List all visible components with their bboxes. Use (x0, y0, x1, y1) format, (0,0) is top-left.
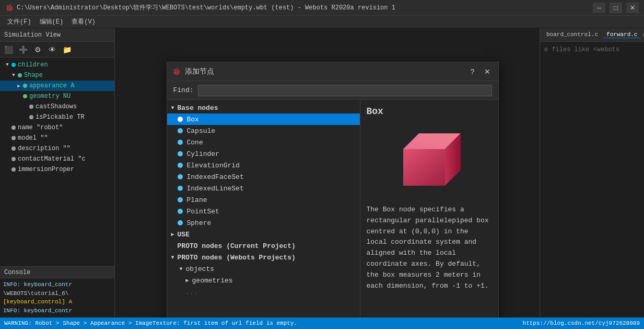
title-bar: 🐞 C:\Users\Administrator\Desktop\软件学习\WE… (0, 0, 644, 16)
tree-arrow-appearance: ▶ (16, 83, 22, 89)
sim-tool-3[interactable]: ⚙ (31, 43, 44, 56)
console-header: Console (0, 267, 114, 278)
tree-item-ispickable[interactable]: ▶ isPickable TR (0, 112, 114, 122)
node-dot-cylinder (178, 151, 183, 156)
node-item-capsule[interactable]: Capsule (167, 125, 360, 137)
minimize-button[interactable]: ─ (593, 3, 605, 13)
tree-label-ip: isPickable TR (36, 114, 85, 121)
tree-label-appearance: appearance A (29, 82, 74, 89)
maximize-button[interactable]: □ (610, 3, 622, 13)
node-item-cone[interactable]: Cone (167, 137, 360, 148)
subcategory-objects[interactable]: ▼ objects (167, 263, 360, 275)
tree-dot-children (11, 63, 16, 67)
node-item-sphere[interactable]: Sphere (167, 217, 360, 229)
menu-bar: 文件(F) 编辑(E) 查看(V) (0, 16, 644, 28)
node-item-elevationgrid[interactable]: ElevationGrid (167, 160, 360, 171)
title-text: C:\Users\Administrator\Desktop\软件学习\WEBO… (17, 3, 593, 12)
category-arrow-use: ▶ (171, 231, 174, 237)
editor-text: e files like <webots (544, 46, 619, 53)
node-info-description: The Box node specifies a rectangular par… (367, 205, 492, 291)
sim-tool-4[interactable]: 👁 (46, 43, 58, 56)
tree-label-shape: Shape (24, 72, 43, 79)
center-area: 🐞 添加节点 ? ✕ Find: (115, 28, 540, 329)
menu-file[interactable]: 文件(F) (3, 16, 36, 28)
dialog-question-button[interactable]: ? (467, 66, 478, 77)
node-dot-cone (178, 140, 183, 145)
node-dot-box (178, 117, 183, 122)
status-bar: WARNING: Robot > Shape > Appearance > Im… (0, 317, 644, 329)
tree-item-model[interactable]: ▶ model "" (0, 133, 114, 143)
tree-label-children: children (18, 61, 48, 69)
simulation-view-header: Simulation View (0, 28, 114, 42)
category-arrow-proto-webots: ▼ (171, 255, 174, 260)
tree-arrow: ▼ (4, 62, 10, 68)
sim-tool-1[interactable]: ⬛ (2, 43, 15, 56)
tree-label-name: name "robot" (18, 124, 63, 131)
category-proto-current[interactable]: ▶ PROTO nodes (Current Project) (167, 240, 360, 252)
add-node-dialog: 🐞 添加节点 ? ✕ Find: (167, 62, 499, 329)
dialog-controls: ? ✕ (467, 66, 493, 77)
box-3d-preview (367, 123, 492, 196)
find-bar: Find: (167, 81, 498, 100)
dialog-overlay: 🐞 添加节点 ? ✕ Find: (230, 56, 435, 317)
node-item-indexedlineset[interactable]: IndexedLineSet (167, 183, 360, 194)
tree-arrow-shape: ▼ (10, 72, 17, 78)
dialog-icon: 🐞 (172, 67, 181, 76)
tree-dot-desc (11, 146, 16, 151)
tree-item-shape[interactable]: ▼ Shape (0, 70, 114, 81)
tab-forward[interactable]: forward.c (603, 31, 640, 38)
tab-board-control[interactable]: board_control.c (543, 31, 601, 38)
tree-label-cm: contactMaterial "c (18, 155, 86, 163)
tree-label-desc: description "" (18, 145, 71, 152)
right-panel: board_control.c forward.c ✕ ⚙ 📎 ─ □ e fi… (540, 28, 644, 329)
node-dot-indexedfaceset (178, 174, 183, 179)
subcategory-extra-label: ... (186, 288, 198, 296)
tree-item-contactmaterial[interactable]: ▶ contactMaterial "c (0, 154, 114, 164)
close-button[interactable]: ✕ (626, 3, 639, 13)
node-item-plane[interactable]: Plane (167, 194, 360, 206)
menu-view[interactable]: 查看(V) (67, 16, 100, 28)
subcategory-arrow-geometries: ▶ (186, 277, 189, 283)
node-info-title: Box (367, 106, 492, 117)
right-panel-tabs: board_control.c forward.c ✕ (543, 31, 644, 38)
tree-item-appearance[interactable]: ▶ appearance A (0, 81, 114, 91)
tree-item-geometry[interactable]: ▶ geometry NU (0, 91, 114, 101)
menu-edit[interactable]: 编辑(E) (36, 16, 68, 28)
node-dot-indexedlineset (178, 186, 183, 191)
node-item-indexedfaceset[interactable]: IndexedFaceSet (167, 171, 360, 183)
tree-item-castshadows[interactable]: ▶ castShadows (0, 101, 114, 112)
sim-tool-2[interactable]: ➕ (17, 43, 29, 56)
tree-dot-cs (29, 105, 33, 109)
dialog-title: 添加节点 (185, 67, 467, 76)
node-item-cylinder[interactable]: Cylinder (167, 148, 360, 160)
tree-item-name[interactable]: ▶ name "robot" (0, 122, 114, 133)
category-proto-webots[interactable]: ▼ PROTO nodes (Webots Projects) (167, 252, 360, 263)
node-item-box[interactable]: Box (167, 114, 360, 125)
find-input[interactable] (198, 85, 492, 96)
editor-area: e files like <webots (540, 42, 644, 329)
category-use[interactable]: ▶ USE (167, 229, 360, 240)
dialog-close-button[interactable]: ✕ (482, 66, 493, 77)
tree-item-immersion[interactable]: ▶ immersionProper (0, 164, 114, 175)
node-item-pointset[interactable]: PointSet (167, 206, 360, 217)
tree-label-geometry: geometry NU (29, 93, 71, 100)
tree-dot-appearance (23, 84, 27, 88)
right-panel-header: board_control.c forward.c ✕ ⚙ 📎 ─ □ (540, 28, 644, 42)
tree-view: ▼ children ▼ Shape ▶ appearance A ▶ geom… (0, 58, 114, 266)
category-label-proto-current: PROTO nodes (Current Project) (178, 242, 296, 250)
subcategory-extra[interactable]: ... (167, 286, 360, 298)
dialog-title-bar: 🐞 添加节点 ? ✕ (167, 62, 498, 81)
node-dot-pointset (178, 209, 183, 214)
category-label-base: Base nodes (178, 104, 218, 112)
box-svg (377, 123, 482, 196)
node-dot-plane (178, 197, 183, 202)
sim-tool-5[interactable]: 📁 (61, 43, 73, 56)
tree-item-children[interactable]: ▼ children (0, 60, 114, 70)
tree-label-im: immersionProper (18, 166, 74, 173)
console-line-3: [keyboard_control] A (3, 298, 111, 307)
console-line-1: INFO: keyboard_contr (3, 280, 111, 289)
category-base-nodes[interactable]: ▼ Base nodes (167, 102, 360, 114)
node-dot-elevationgrid (178, 163, 183, 168)
subcategory-geometries[interactable]: ▶ geometries (167, 275, 360, 286)
tree-item-description[interactable]: ▶ description "" (0, 143, 114, 154)
